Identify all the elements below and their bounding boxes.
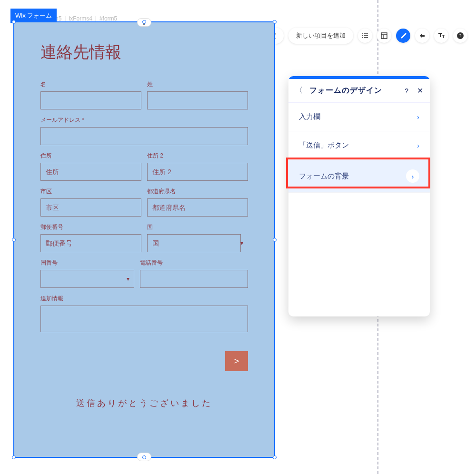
- zip-field[interactable]: [40, 234, 141, 252]
- panel-item-submit[interactable]: 「送信」ボタン ›: [288, 131, 430, 160]
- thank-you-message: 送信ありがとうございました: [40, 397, 248, 409]
- address-1-field[interactable]: [40, 163, 141, 181]
- label-zip: 郵便番号: [40, 223, 141, 231]
- resize-handle[interactable]: [142, 20, 146, 24]
- panel-item-background[interactable]: フォームの背景 ›: [288, 160, 430, 193]
- panel-item-inputs[interactable]: 入力欄 ›: [288, 103, 430, 131]
- resize-handle[interactable]: [12, 238, 16, 242]
- label-first-name: 名: [40, 80, 141, 89]
- form-title: 連絡先情報: [40, 41, 248, 63]
- country-select[interactable]: [147, 234, 241, 252]
- svg-text:?: ?: [459, 33, 461, 38]
- submit-arrow-icon: >: [234, 356, 239, 366]
- country-code-select[interactable]: [40, 270, 134, 288]
- label-country-code: 国番号: [40, 259, 134, 267]
- last-name-field[interactable]: [147, 91, 248, 109]
- label-last-name: 姓: [147, 80, 248, 89]
- form-canvas[interactable]: 連絡先情報 名 姓 メールアドレス * 住所 住所 2 市区 都道府県名 郵便番…: [14, 22, 274, 457]
- breadcrumb-seg-2: ixForms4: [69, 15, 92, 22]
- first-name-field[interactable]: [40, 91, 141, 109]
- form-selection-frame[interactable]: 連絡先情報 名 姓 メールアドレス * 住所 住所 2 市区 都道府県名 郵便番…: [13, 21, 275, 458]
- panel-item-label: フォームの背景: [299, 172, 349, 181]
- resize-handle[interactable]: [12, 20, 16, 24]
- chevron-right-icon: ›: [417, 113, 419, 121]
- close-icon[interactable]: ✕: [417, 86, 423, 95]
- back-icon[interactable]: 〈: [295, 86, 303, 96]
- submit-button[interactable]: >: [225, 351, 248, 371]
- panel-item-label: 入力欄: [299, 112, 320, 121]
- text-settings-icon[interactable]: [434, 29, 448, 43]
- design-panel: 〈 フォームのデザイン ? ✕ 入力欄 › 「送信」ボタン › フォームの背景 …: [288, 76, 430, 316]
- label-phone: 電話番号: [140, 259, 248, 267]
- panel-title: フォームのデザイン: [309, 86, 405, 96]
- label-addr2: 住所 2: [147, 152, 248, 160]
- selection-badge: Wix フォーム: [10, 9, 57, 23]
- breadcrumb-seg-3: #form5: [99, 15, 117, 22]
- help-icon[interactable]: ?: [453, 29, 467, 43]
- email-field[interactable]: [40, 127, 248, 145]
- design-icon[interactable]: [396, 29, 410, 43]
- breadcrumb: orm5|ixForms4|#form5: [49, 15, 117, 22]
- extra-info-field[interactable]: [40, 306, 248, 332]
- layout-icon[interactable]: [377, 29, 391, 43]
- panel-help-icon[interactable]: ?: [405, 87, 408, 95]
- state-field[interactable]: [147, 198, 248, 217]
- city-field[interactable]: [40, 198, 141, 217]
- resize-handle[interactable]: [273, 455, 277, 459]
- label-email: メールアドレス *: [40, 116, 248, 124]
- label-country: 国: [147, 223, 248, 231]
- address-2-field[interactable]: [147, 163, 248, 181]
- resize-handle[interactable]: [142, 455, 146, 459]
- panel-header: 〈 フォームのデザイン ? ✕: [288, 79, 430, 103]
- resize-handle[interactable]: [12, 455, 16, 459]
- resize-handle[interactable]: [273, 20, 277, 24]
- label-state: 都道府県名: [147, 188, 248, 196]
- animation-icon[interactable]: [415, 29, 429, 43]
- label-extra: 追加情報: [40, 295, 248, 303]
- svg-rect-0: [381, 33, 387, 39]
- panel-item-label: 「送信」ボタン: [299, 141, 349, 150]
- list-fields-icon[interactable]: [358, 29, 372, 43]
- resize-handle[interactable]: [273, 238, 277, 242]
- label-city: 市区: [40, 188, 141, 196]
- label-addr1: 住所: [40, 152, 141, 160]
- phone-field[interactable]: [140, 270, 248, 288]
- chevron-right-icon: ›: [417, 142, 419, 149]
- add-field-button[interactable]: 新しい項目を追加: [288, 28, 353, 44]
- chevron-right-icon: ›: [406, 169, 419, 183]
